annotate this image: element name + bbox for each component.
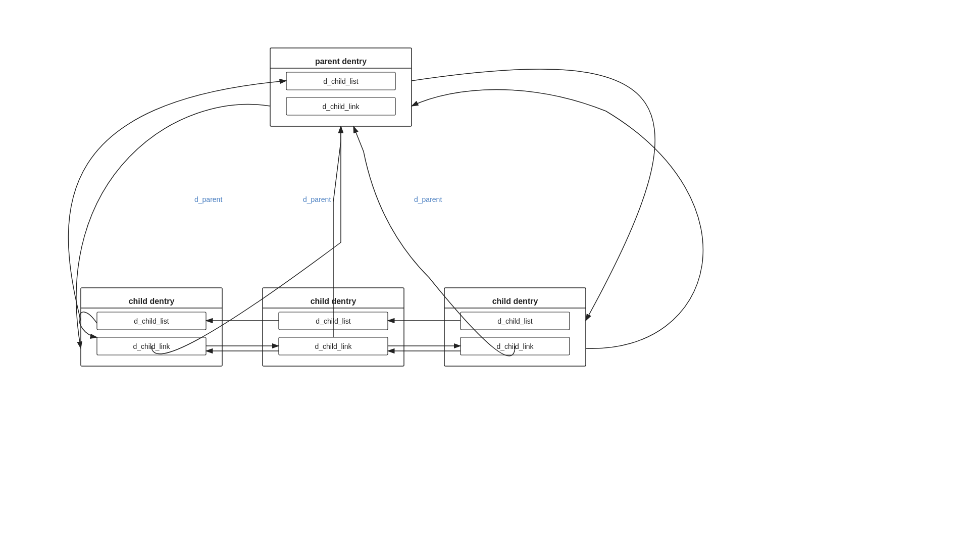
child3-dparent-label: d_parent: [414, 195, 442, 203]
child3-child-list-label: d_child_list: [497, 317, 532, 325]
child1-dentry-title: child dentry: [129, 297, 175, 306]
child2-child-link-label: d_child_link: [315, 342, 352, 350]
parent-child-list-label: d_child_list: [323, 77, 358, 85]
child1-dparent-label: d_parent: [194, 195, 222, 203]
child1-child-list-label: d_child_list: [134, 317, 169, 325]
parent-to-child3-list-arrow: [412, 69, 655, 321]
child3-dentry-title: child dentry: [492, 297, 538, 306]
parent-dentry-title: parent dentry: [315, 57, 367, 66]
parent-child-link-label: d_child_link: [322, 103, 360, 111]
child2-dparent-label: d_parent: [303, 195, 331, 203]
child1-to-parent-list-arrow: [68, 81, 286, 321]
